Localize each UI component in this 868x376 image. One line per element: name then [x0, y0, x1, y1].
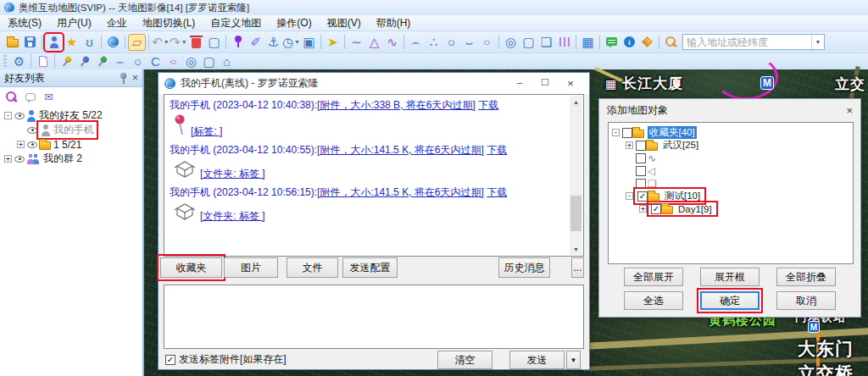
tree-item-label[interactable]: 我的群 2 — [43, 152, 82, 166]
region-blob-icon[interactable]: ❏ — [537, 34, 555, 51]
menu-system[interactable]: 系统(S) — [0, 15, 49, 31]
menu-view[interactable]: 视图(V) — [320, 15, 369, 31]
menu-custom-map[interactable]: 自定义地图 — [203, 15, 269, 31]
pushpin-yellow-icon[interactable] — [58, 53, 75, 70]
draw-arc-icon[interactable]: ⌢ — [407, 34, 425, 51]
tree-expander[interactable]: + — [626, 141, 633, 149]
dropdown-arrow-icon[interactable]: ▼ — [164, 39, 170, 45]
tree-item-label[interactable]: Day1[9] — [676, 204, 714, 214]
send-tag-checkbox[interactable]: ✓ — [165, 355, 175, 365]
tree-expander[interactable]: - — [626, 192, 633, 200]
tree-checkbox[interactable] — [636, 153, 646, 163]
delete-icon[interactable] — [187, 34, 205, 51]
circle-tool-icon[interactable]: ○ — [129, 53, 147, 70]
draw-line-icon[interactable]: ∼ — [348, 34, 365, 51]
dropdown-arrow-icon[interactable]: ▼ — [181, 39, 187, 45]
favorites-button[interactable]: 收藏夹 — [160, 257, 222, 278]
tree-checkbox[interactable] — [622, 128, 632, 138]
new-object-icon[interactable] — [34, 53, 52, 70]
menu-user[interactable]: 用户(U) — [49, 15, 99, 31]
close-icon[interactable]: × — [846, 104, 853, 117]
settings-gear-icon[interactable]: ⚙ — [10, 53, 28, 70]
tree-expander[interactable]: + — [17, 141, 25, 148]
collapse-all-button[interactable]: 全部折叠 — [776, 268, 836, 286]
tree-item-label[interactable]: 1 5/21 — [53, 139, 81, 151]
pushpin-blue-icon[interactable] — [75, 53, 93, 70]
map-tree-row[interactable]: ❏ — [610, 177, 851, 190]
visibility-eye-icon[interactable] — [14, 113, 25, 119]
chat-bubble-icon[interactable] — [25, 93, 36, 101]
ellipse-tool-icon[interactable]: ○ — [164, 53, 182, 70]
add-dialog-titlebar[interactable]: 添加地图对象 × — [599, 99, 860, 121]
download-link[interactable]: 下载 — [487, 186, 507, 198]
map-tree-row[interactable]: ◁ — [610, 164, 851, 177]
arc-tool-icon[interactable]: ⌢ — [111, 53, 129, 70]
more-button[interactable]: ... — [571, 257, 584, 278]
send-button[interactable]: 发送 — [509, 351, 565, 369]
favorites-star-icon[interactable]: ★ — [63, 34, 81, 51]
send-options-icon[interactable]: ▼ — [566, 351, 581, 369]
visibility-eye-icon[interactable] — [27, 141, 37, 148]
mail-icon[interactable]: ✉ — [44, 91, 53, 102]
picture-button[interactable]: 图片 — [224, 257, 278, 278]
toolbar-grip[interactable] — [3, 55, 7, 68]
select-all-button[interactable]: 全选 — [624, 291, 683, 310]
save-icon[interactable] — [21, 34, 39, 51]
file-button[interactable]: 文件 — [287, 257, 338, 278]
message-scrollbar[interactable]: ▲ ▼ — [570, 96, 582, 255]
menu-map-switch[interactable]: 地图切换(L) — [135, 15, 203, 31]
search-input[interactable] — [683, 36, 811, 48]
ok-button[interactable]: 确定 — [700, 291, 760, 310]
vip-gem-icon[interactable] — [638, 34, 656, 51]
region-circle-icon[interactable]: ◎ — [502, 34, 520, 51]
tree-checkbox[interactable]: ✓ — [651, 204, 661, 214]
cancel-button[interactable]: 取消 — [776, 291, 836, 310]
tree-expander[interactable]: - — [612, 129, 620, 136]
new-folder-icon[interactable] — [3, 34, 21, 51]
globe-3d-icon[interactable] — [104, 34, 122, 51]
friends-tree-row[interactable]: +1 5/21 — [0, 137, 142, 152]
region-bars-icon[interactable] — [555, 34, 573, 51]
tree-checkbox[interactable]: ✓ — [637, 191, 648, 202]
curve-c-tool-icon[interactable]: C — [147, 53, 164, 70]
link-icon[interactable]: ʊ — [81, 34, 98, 51]
friends-icon[interactable] — [45, 34, 63, 51]
expand-all-button[interactable]: 全部展开 — [624, 268, 683, 286]
attachment-link[interactable]: [附件，大小:141.5 K, 将在6天内过期] — [317, 144, 484, 156]
friends-tree-row[interactable]: +我的群 2 — [0, 152, 142, 166]
tree-expander[interactable]: + — [4, 155, 12, 163]
measure-icon[interactable]: ✐ — [247, 34, 264, 51]
info-icon[interactable] — [620, 34, 638, 51]
compose-input[interactable] — [164, 285, 584, 349]
menu-help[interactable]: 帮助(H) — [369, 15, 419, 31]
clock-icon[interactable]: ◷▼ — [282, 34, 300, 51]
expand-root-button[interactable]: 展开根 — [700, 268, 760, 286]
search-dropdown-icon[interactable]: ▼ — [811, 35, 824, 49]
building-3d-icon[interactable]: ▦ — [579, 34, 597, 51]
tree-item-label[interactable]: 我的手机 — [53, 123, 94, 137]
tree-expander[interactable]: - — [4, 112, 12, 119]
history-button[interactable]: 历史消息 — [498, 257, 550, 278]
map-tree-row[interactable]: ∿ — [610, 152, 851, 164]
dropdown-arrow-icon[interactable]: ▼ — [294, 39, 300, 45]
tag-link[interactable]: [文件夹: 标签 ] — [200, 167, 265, 181]
undo-icon[interactable]: ↶▼ — [152, 34, 170, 51]
map-tree-row[interactable]: -✓测试[10] — [610, 190, 851, 202]
maximize-icon[interactable]: ☐ — [532, 77, 558, 90]
area-select-icon[interactable]: ▱ — [128, 34, 146, 51]
attachment-link[interactable]: [附件，大小:338 B, 将在6天内过期] — [317, 99, 476, 111]
redo-icon[interactable]: ↷▼ — [170, 34, 187, 51]
scroll-down-icon[interactable]: ▼ — [570, 243, 582, 255]
draw-scatter-icon[interactable]: ∴ — [425, 34, 442, 51]
chat-dialog-titlebar[interactable]: 我的手机(离线) - 罗罗诺亚索隆 – ☐ × — [159, 73, 589, 94]
clear-button[interactable]: 清空 — [437, 351, 492, 369]
region-rect-icon[interactable]: ▢ — [520, 34, 537, 51]
map-tree-row[interactable]: +✓Day1[9] — [610, 202, 851, 215]
tree-checkbox[interactable] — [636, 179, 646, 189]
tree-item-label[interactable]: 武汉[25] — [661, 139, 700, 152]
tree-checkbox[interactable] — [636, 166, 646, 176]
friend-search-icon[interactable] — [6, 91, 17, 102]
pushpin-green-icon[interactable] — [93, 53, 111, 70]
visibility-eye-icon[interactable] — [14, 156, 25, 163]
tree-checkbox[interactable] — [636, 141, 646, 151]
